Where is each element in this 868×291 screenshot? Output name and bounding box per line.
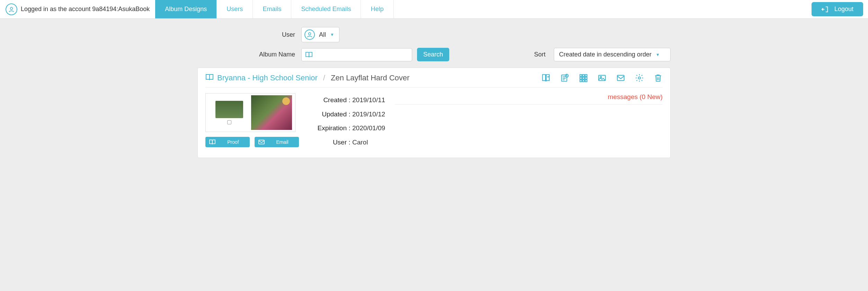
proof-button[interactable]: Proof <box>205 137 250 147</box>
tab-album-designs[interactable]: Album Designs <box>155 0 217 18</box>
logout-icon <box>821 6 829 13</box>
cover-front-page <box>251 95 292 130</box>
messages-link[interactable]: messages (0 New) <box>395 93 663 105</box>
updated-label: Updated <box>309 111 347 118</box>
breadcrumb-separator: / <box>323 73 325 82</box>
book-icon <box>205 74 214 82</box>
filters-panel: User All ▼ Album Name Search Sort Create… <box>197 27 671 61</box>
chevron-down-icon: ▼ <box>330 32 334 37</box>
details-column: Created : 2019/10/11 Updated : 2019/10/1… <box>309 93 385 147</box>
svg-rect-11 <box>583 77 584 79</box>
cover-back-image <box>215 101 243 118</box>
sort-select-value: Created date in descending order <box>559 51 652 58</box>
svg-rect-7 <box>580 74 582 76</box>
book-icon <box>305 52 313 58</box>
album-actions <box>541 73 663 82</box>
created-label: Created <box>309 96 347 104</box>
cover-badge-icon <box>282 97 290 105</box>
header-account: Logged in as the account 9a84194:AsukaBo… <box>0 0 155 18</box>
album-header: Bryanna - High School Senior / Zen Layfl… <box>205 73 663 88</box>
tab-scheduled-emails[interactable]: Scheduled Emails <box>291 0 361 18</box>
user-filter-value: All <box>319 31 326 38</box>
album-name-input-wrapper <box>301 48 412 61</box>
sort-select[interactable]: Created date in descending order ▼ <box>554 48 671 61</box>
svg-rect-14 <box>583 80 584 81</box>
email-button[interactable]: Email <box>255 137 299 147</box>
book-icon <box>209 139 216 145</box>
header-bar: Logged in as the account 9a84194:AsukaBo… <box>0 0 868 19</box>
svg-rect-15 <box>585 80 587 81</box>
album-body: Proof Email Created : 2019/10/11 Updated… <box>205 93 663 147</box>
album-card: Bryanna - High School Senior / Zen Layfl… <box>197 68 671 158</box>
album-type: Zen Layflat Hard Cover <box>331 73 409 82</box>
user-filter-select[interactable]: All ▼ <box>301 27 339 42</box>
svg-rect-9 <box>585 74 587 76</box>
tab-help[interactable]: Help <box>361 0 393 18</box>
user-filter-label: User <box>197 31 301 38</box>
search-button[interactable]: Search <box>417 48 449 61</box>
album-name-input[interactable] <box>316 52 408 58</box>
expiration-value: 2020/01/09 <box>352 124 385 132</box>
album-name-link[interactable]: Bryanna - High School Senior <box>217 73 318 82</box>
svg-rect-10 <box>580 77 582 79</box>
trash-icon[interactable] <box>654 73 663 82</box>
svg-rect-12 <box>585 77 587 79</box>
account-avatar-icon <box>6 3 17 15</box>
email-label: Email <box>269 139 295 145</box>
chevron-down-icon: ▼ <box>656 52 660 57</box>
album-name-label: Album Name <box>197 51 301 58</box>
svg-point-19 <box>638 77 641 79</box>
preview-buttons: Proof Email <box>205 137 299 147</box>
nav-tabs: Album Designs Users Emails Scheduled Ema… <box>155 0 393 18</box>
grid-icon[interactable] <box>579 73 588 82</box>
notes-clock-icon[interactable] <box>560 73 569 82</box>
cover-back-logo <box>227 120 231 124</box>
cover-back-page <box>209 95 250 130</box>
svg-rect-22 <box>259 140 264 144</box>
logged-in-text: Logged in as the account 9a84194:AsukaBo… <box>21 6 150 13</box>
user-label: User <box>309 139 347 146</box>
svg-point-0 <box>10 7 13 10</box>
proof-label: Proof <box>220 139 246 145</box>
user-icon <box>304 29 315 40</box>
mail-icon[interactable] <box>616 73 625 82</box>
gear-icon[interactable] <box>635 73 644 82</box>
book-check-icon[interactable] <box>541 73 550 82</box>
tab-emails[interactable]: Emails <box>253 0 291 18</box>
updated-value: 2019/10/12 <box>352 111 385 118</box>
mail-icon <box>258 139 265 145</box>
preview-column: Proof Email <box>205 93 299 147</box>
image-icon[interactable] <box>597 73 606 82</box>
tab-users[interactable]: Users <box>217 0 253 18</box>
logout-label: Logout <box>834 6 853 13</box>
svg-rect-13 <box>580 80 582 81</box>
svg-rect-8 <box>583 74 584 76</box>
sort-label: Sort <box>534 51 546 58</box>
main-content: User All ▼ Album Name Search Sort Create… <box>197 19 671 172</box>
created-value: 2019/10/11 <box>352 96 385 104</box>
expiration-label: Expiration <box>309 124 347 132</box>
messages-column: messages (0 New) <box>395 93 663 147</box>
logout-button[interactable]: Logout <box>812 2 863 16</box>
svg-rect-18 <box>617 75 624 80</box>
user-value: Carol <box>352 139 385 146</box>
album-cover-preview[interactable] <box>205 93 295 132</box>
svg-point-1 <box>309 33 311 35</box>
